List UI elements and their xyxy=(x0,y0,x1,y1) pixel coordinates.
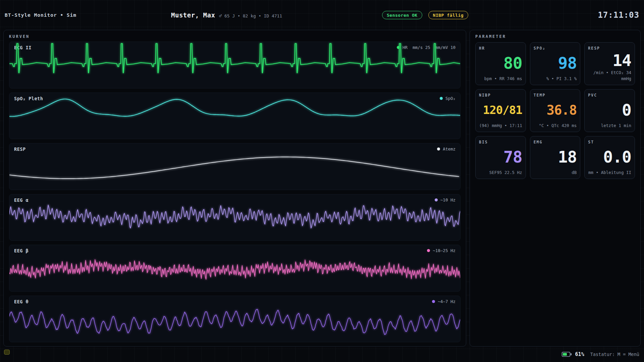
status-led xyxy=(4,350,10,355)
tile-emg[interactable]: EMG18dB xyxy=(530,136,581,179)
tile-value-bis: 78 xyxy=(479,149,522,165)
tile-value-resp: 14 xyxy=(588,52,631,68)
wave-row-resp: RESPAtemz xyxy=(9,143,461,190)
footer-right: 61% Tastatur: M = Menü xyxy=(561,351,639,357)
tile-spo2[interactable]: SPO₂98% • PI 3.1 % xyxy=(530,42,581,85)
tile-sub-st: mm • Ableitung II xyxy=(588,170,631,176)
tile-sub-pvc: letzte 1 min xyxy=(588,123,631,129)
app-title: BT-Style Monitor • Sim xyxy=(5,12,76,18)
battery-icon xyxy=(561,352,572,357)
tile-value-nibp: 120/81 xyxy=(479,104,522,116)
wave-row-eeg-theta: EEG θ~4–7 Hz xyxy=(9,296,461,343)
wave-row-eeg-alpha: EEG α~10 Hz xyxy=(9,194,461,241)
tile-sub-temp: °C • QTc 420 ms xyxy=(534,123,577,129)
tile-label-pvc: PVC xyxy=(588,93,631,98)
tile-label-resp: RESP xyxy=(588,46,631,51)
waveform-trace-eeg-beta xyxy=(9,245,460,291)
tile-hr[interactable]: HR80bpm • RR 746 ms xyxy=(475,42,526,85)
parameter-panel-title: PARAMETER xyxy=(475,34,635,39)
tile-sub-bis: SEF95 22.5 Hz xyxy=(479,170,522,176)
tile-label-bis: BIS xyxy=(479,140,522,144)
tile-value-spo2: 98 xyxy=(534,55,577,71)
tile-label-nibp: NIBP xyxy=(479,93,522,98)
tile-st[interactable]: ST0.0mm • Ableitung II xyxy=(584,136,635,179)
tile-value-emg: 18 xyxy=(534,149,577,165)
wave-row-spo2-pleth: SpO₂ PlethSpO₂ xyxy=(9,93,461,139)
keyboard-hint: Tastatur: M = Menü xyxy=(590,352,639,357)
patient-meta: ♂ 65 J • 82 kg • ID 4711 xyxy=(219,13,282,18)
tile-label-st: ST xyxy=(588,140,631,144)
tile-sub-resp: /min • EtCO₂ 34 mmHg xyxy=(588,70,631,81)
tile-value-st: 0.0 xyxy=(588,149,631,165)
waveform-trace-ecg-ii xyxy=(9,42,460,88)
tile-bis[interactable]: BIS78SEF95 22.5 Hz xyxy=(475,136,526,179)
status-badges: Sensoren OKNIBP fällig xyxy=(382,11,468,19)
clock: 17:11:03 xyxy=(598,10,639,20)
tile-sub-hr: bpm • RR 746 ms xyxy=(479,76,522,82)
parameter-panel: PARAMETER HR80bpm • RR 746 msSPO₂98% • P… xyxy=(470,30,641,347)
wave-row-ecg-ii: ECG IIHR mm/s 25 mm/mV 10 xyxy=(9,42,461,88)
tile-temp[interactable]: TEMP36.8°C • QTc 420 ms xyxy=(530,89,581,132)
tile-value-hr: 80 xyxy=(479,55,522,71)
tile-label-temp: TEMP xyxy=(534,93,577,98)
status-bar: 61% Tastatur: M = Menü xyxy=(0,347,644,362)
tile-sub-spo2: % • PI 3.1 % xyxy=(534,76,577,82)
tile-nibp[interactable]: NIBP120/81(94) mmHg • 17:11 xyxy=(475,89,526,132)
tile-value-pvc: 0 xyxy=(588,102,631,118)
tile-label-hr: HR xyxy=(479,46,522,51)
waves-panel: KURVEN ECG IIHR mm/s 25 mm/mV 10SpO₂ Ple… xyxy=(3,30,466,347)
waveform-trace-resp xyxy=(9,143,460,190)
tile-value-temp: 36.8 xyxy=(534,104,577,117)
header: BT-Style Monitor • Sim Muster, Max ♂ 65 … xyxy=(0,0,644,30)
parameter-tiles: HR80bpm • RR 746 msSPO₂98% • PI 3.1 %RES… xyxy=(475,42,635,179)
badge-nibp-due[interactable]: NIBP fällig xyxy=(428,11,469,19)
tile-sub-emg: dB xyxy=(534,170,577,176)
battery-percent: 61% xyxy=(575,351,584,357)
waves-panel-title: KURVEN xyxy=(9,34,461,39)
waveform-trace-eeg-theta xyxy=(9,296,460,342)
tile-resp[interactable]: RESP14/min • EtCO₂ 34 mmHg xyxy=(584,42,635,85)
badge-sensors-ok[interactable]: Sensoren OK xyxy=(382,11,422,19)
tile-pvc[interactable]: PVC0letzte 1 min xyxy=(584,89,635,132)
patient-info: Muster, Max ♂ 65 J • 82 kg • ID 4711 xyxy=(171,11,282,19)
tile-sub-nibp: (94) mmHg • 17:11 xyxy=(479,123,522,129)
waveform-trace-spo2-pleth xyxy=(9,93,460,139)
wave-row-eeg-beta: EEG β~18–25 Hz xyxy=(9,245,461,292)
waveform-trace-eeg-alpha xyxy=(9,194,460,241)
tile-label-emg: EMG xyxy=(534,140,577,144)
wave-rows: ECG IIHR mm/s 25 mm/mV 10SpO₂ PlethSpO₂R… xyxy=(9,42,461,342)
patient-name: Muster, Max xyxy=(171,11,215,19)
main-content: KURVEN ECG IIHR mm/s 25 mm/mV 10SpO₂ Ple… xyxy=(3,30,641,347)
tile-label-spo2: SPO₂ xyxy=(534,46,577,51)
